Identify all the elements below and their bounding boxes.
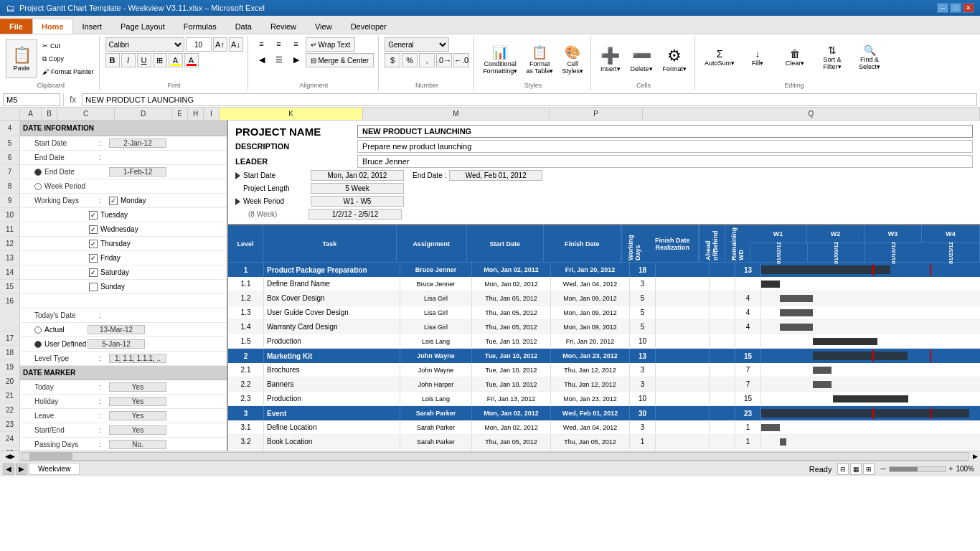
sort-filter-button[interactable]: ⇅ Sort & Filter▾ [814,37,850,77]
comma-button[interactable]: , [419,53,435,67]
align-right-button[interactable]: ▶ [288,53,304,66]
page-layout-view-button[interactable]: ▦ [850,463,862,475]
format-cells-button[interactable]: ⚙ Format▾ [659,39,691,80]
user-defined-radio[interactable] [34,341,42,348]
week-period-info-value[interactable] [311,196,404,207]
h-scroll-thumb[interactable] [29,453,72,460]
row-22[interactable]: 22 [0,403,19,418]
col-b[interactable]: B [42,108,57,120]
col-q[interactable]: Q [643,108,980,120]
col-e[interactable]: E [172,108,188,120]
col-c[interactable]: C [57,108,115,120]
wrap-text-button[interactable]: ↵ Wrap Text [306,37,356,52]
tab-review[interactable]: Review [261,19,306,34]
sheet-nav-right[interactable]: ▶ [16,463,27,475]
user-defined-value[interactable]: 5-Jan-12 [88,339,145,349]
scroll-tab-arrows[interactable]: ◀▶ [0,451,20,461]
sheet-nav-left[interactable]: ◀ [3,463,14,475]
row-12[interactable]: 12 [0,237,19,251]
window-controls[interactable]: ─ □ ✕ [937,3,974,13]
row-7[interactable]: 7 [0,165,19,179]
row-5[interactable]: 5 [0,136,19,151]
row-23[interactable]: 23 [0,418,19,432]
row-20[interactable]: 20 [0,375,19,389]
week-period-radio[interactable] [34,183,42,190]
name-box[interactable] [3,93,60,106]
fill-color-button[interactable]: A [169,53,183,67]
tab-view[interactable]: View [306,19,341,34]
row-4[interactable]: 4 [0,121,19,136]
tab-page-layout[interactable]: Page Layout [111,19,174,34]
tab-file[interactable]: File [0,19,32,34]
start-date-info-value[interactable] [311,170,404,181]
sunday-checkbox[interactable] [89,283,98,291]
zoom-thumb[interactable] [890,467,918,471]
normal-view-button[interactable]: ⊟ [837,463,849,475]
row-14[interactable]: 14 [0,265,19,280]
align-top-right-button[interactable]: ≡ [288,37,304,50]
range-value[interactable] [308,209,402,220]
row-10[interactable]: 10 [0,208,19,222]
horizontal-scroll[interactable]: ◀▶ ▶ [0,451,980,461]
leave-marker-value[interactable]: Yes [109,411,166,420]
passing-days-value[interactable]: No. [109,440,166,449]
row-16[interactable]: 16 [0,294,19,331]
minimize-button[interactable]: ─ [937,3,948,13]
merge-center-button[interactable]: ⊟ Merge & Center [306,53,374,67]
font-size-input[interactable] [186,37,212,52]
leader-input[interactable] [357,155,973,168]
align-top-left-button[interactable]: ≡ [254,37,270,50]
scroll-right-button[interactable]: ▶ [970,451,980,461]
cut-button[interactable]: ✂ Cut [40,40,96,52]
thursday-checkbox[interactable]: ✓ [89,240,98,248]
delete-cells-button[interactable]: ➖ Delete▾ [627,39,656,80]
page-break-view-button[interactable]: ⊞ [863,463,875,475]
insert-cells-button[interactable]: ➕ Insert▾ [597,39,624,80]
tab-developer[interactable]: Developer [341,19,396,34]
start-end-marker-value[interactable]: Yes [109,425,166,435]
row-21[interactable]: 21 [0,389,19,403]
align-center-button[interactable]: ☰ [271,53,287,66]
tab-insert[interactable]: Insert [73,19,112,34]
corner-cell[interactable] [0,108,20,120]
underline-button[interactable]: U [137,53,151,67]
actual-radio[interactable] [34,326,42,334]
fill-button[interactable]: ↓ Fill▾ [740,37,776,77]
close-button[interactable]: ✕ [963,3,974,13]
format-painter-button[interactable]: 🖌 Format Painter [40,66,96,77]
col-p[interactable]: P [550,108,643,120]
bold-button[interactable]: B [105,53,120,67]
col-a[interactable]: A [20,108,42,120]
maximize-button[interactable]: □ [950,3,961,13]
row-8[interactable]: 8 [0,179,19,194]
formula-input[interactable] [82,93,977,106]
cell-styles-button[interactable]: 🎨 Cell Styles▾ [560,42,587,77]
project-name-input[interactable] [357,125,973,138]
paste-button[interactable]: 📋 Paste [6,39,37,78]
row-24[interactable]: 24 [0,432,19,446]
align-left-button[interactable]: ◀ [254,53,270,66]
number-format-select[interactable]: General [385,37,449,52]
row-9[interactable]: 9 [0,194,19,208]
font-color-button[interactable]: A [184,53,199,67]
row-17[interactable]: 17 [0,331,19,346]
autosum-button[interactable]: Σ AutoSum▾ [701,37,738,77]
end-date-radio[interactable] [34,169,42,176]
currency-button[interactable]: $ [385,53,400,67]
row-6[interactable]: 6 [0,151,19,165]
row-18[interactable]: 18 [0,346,19,360]
sheet-tab-weekview[interactable]: Weekview [29,463,80,475]
shrink-font-button[interactable]: A↓ [229,37,243,52]
row-19[interactable]: 19 [0,360,19,375]
align-top-center-button[interactable]: ≡ [271,37,287,50]
start-date-value[interactable]: 2-Jan-12 [109,138,166,148]
monday-checkbox[interactable]: ✓ [109,197,118,205]
italic-button[interactable]: I [121,53,136,67]
conditional-formatting-button[interactable]: 📊 Conditional Formatting▾ [480,42,520,77]
row-13[interactable]: 13 [0,251,19,265]
col-d[interactable]: D [115,108,172,120]
col-i[interactable]: I [204,108,220,120]
border-button[interactable]: ⊞ [153,53,167,67]
zoom-slider[interactable] [889,466,946,472]
actual-date-value[interactable]: 13-Mar-12 [88,325,145,334]
